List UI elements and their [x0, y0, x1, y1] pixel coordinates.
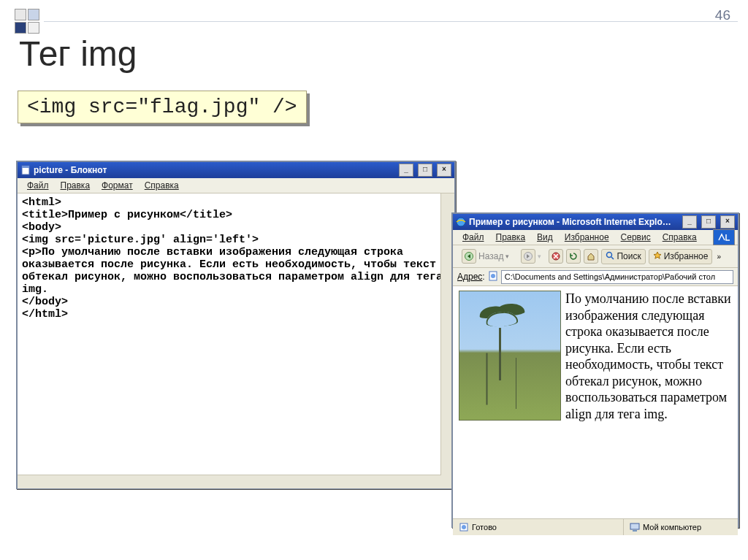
chevron-down-icon: ▾ — [505, 253, 509, 260]
refresh-icon[interactable] — [566, 249, 581, 264]
minimize-button[interactable]: _ — [682, 215, 697, 229]
close-button[interactable]: × — [720, 215, 735, 229]
forward-icon — [521, 249, 535, 264]
status-ready-label: Готово — [472, 523, 497, 532]
page-icon — [488, 271, 498, 283]
forward-button[interactable]: ▾ — [516, 247, 546, 266]
favorites-label: Избранное — [664, 251, 709, 261]
menu-edit[interactable]: Правка — [491, 231, 531, 243]
status-ready: Готово — [453, 519, 623, 535]
notepad-content[interactable]: <html> <title>Пример с рисунком</title> … — [18, 193, 454, 323]
favorites-button[interactable]: Избранное — [649, 249, 713, 264]
notepad-title: picture - Блокнот — [34, 165, 107, 175]
menu-edit[interactable]: Правка — [56, 180, 96, 191]
menu-view[interactable]: Вид — [532, 231, 558, 243]
ie-window: Пример с рисунком - Microsoft Internet E… — [451, 212, 739, 528]
svg-point-2 — [457, 218, 465, 226]
ie-menubar: Файл Правка Вид Избранное Сервис Справка — [453, 230, 738, 245]
page-text: По умолчанию после вставки изображения с… — [565, 291, 731, 421]
svg-point-7 — [607, 252, 612, 257]
ie-viewport: По умолчанию после вставки изображения с… — [453, 286, 738, 518]
menu-format[interactable]: Формат — [96, 180, 138, 191]
chevron-down-icon: ▾ — [538, 253, 541, 260]
notepad-menubar: Файл Правка Формат Справка — [18, 178, 454, 193]
address-input[interactable] — [501, 270, 733, 284]
ie-brand-icon — [713, 229, 735, 245]
address-label: Адрес: — [457, 272, 485, 282]
star-icon — [653, 251, 662, 262]
computer-icon — [630, 522, 640, 532]
slide-logo — [15, 9, 95, 35]
ie-addressbar: Адрес: — [453, 268, 738, 286]
notepad-body: <html> <title>Пример с рисунком</title> … — [18, 193, 454, 488]
ie-toolbar: Назад ▾ ▾ Поиск Избранное — [453, 245, 738, 268]
code-text: <img src="flag.jpg" /> — [18, 91, 307, 123]
ie-app-icon — [456, 217, 466, 227]
rendered-image — [459, 291, 561, 421]
menu-favorites[interactable]: Избранное — [560, 231, 614, 243]
maximize-button[interactable]: □ — [701, 215, 716, 229]
minimize-button[interactable]: _ — [399, 164, 413, 177]
svg-rect-12 — [630, 523, 639, 529]
svg-point-9 — [491, 274, 495, 278]
notepad-icon — [20, 165, 31, 175]
svg-rect-3 — [717, 232, 731, 242]
notepad-window: picture - Блокнот _ □ × Файл Правка Форм… — [16, 161, 456, 489]
page-number: 46 — [715, 7, 730, 23]
svg-rect-1 — [22, 166, 29, 168]
stop-icon[interactable] — [549, 249, 563, 264]
menu-tools[interactable]: Сервис — [616, 231, 656, 243]
menu-file[interactable]: Файл — [457, 231, 489, 243]
status-zone-label: Мой компьютер — [643, 523, 701, 532]
done-icon — [459, 522, 469, 532]
svg-rect-13 — [633, 530, 637, 532]
back-button[interactable]: Назад ▾ — [457, 247, 514, 266]
status-zone: Мой компьютер — [623, 519, 738, 535]
menu-help[interactable]: Справка — [140, 180, 184, 191]
search-label: Поиск — [617, 251, 641, 261]
menu-file[interactable]: Файл — [22, 180, 54, 191]
back-label: Назад — [478, 251, 503, 261]
close-button[interactable]: × — [437, 164, 451, 177]
maximize-button[interactable]: □ — [418, 164, 432, 177]
scrollbar-horizontal[interactable] — [18, 475, 441, 488]
search-icon — [606, 251, 614, 262]
ie-titlebar[interactable]: Пример с рисунком - Microsoft Internet E… — [453, 214, 738, 230]
back-icon — [462, 249, 476, 264]
menu-help[interactable]: Справка — [657, 231, 702, 243]
home-icon[interactable] — [584, 249, 598, 264]
ie-title: Пример с рисунком - Microsoft Internet E… — [469, 217, 673, 227]
svg-point-11 — [462, 525, 466, 529]
slide-title: Тег img — [19, 34, 137, 74]
notepad-titlebar[interactable]: picture - Блокнот _ □ × — [18, 162, 454, 178]
toolbar-more-icon[interactable]: » — [717, 253, 721, 261]
code-example: <img src="flag.jpg" /> — [18, 91, 307, 123]
ie-statusbar: Готово Мой компьютер — [453, 518, 738, 535]
search-button[interactable]: Поиск — [601, 249, 645, 264]
